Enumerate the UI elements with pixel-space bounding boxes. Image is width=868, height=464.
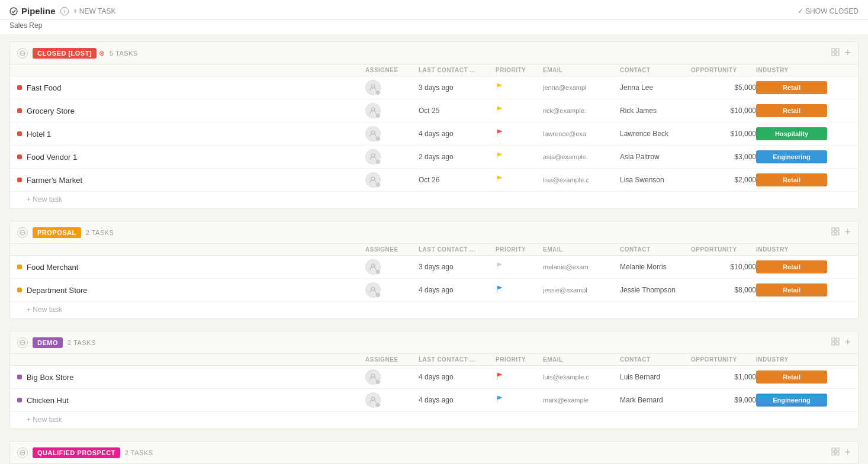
col-header-last-contact-[interactable]: LAST CONTACT ... bbox=[419, 246, 496, 253]
task-name-label[interactable]: Food Vendor 1 bbox=[27, 153, 77, 162]
table-row[interactable]: Farmer's MarketOct 26lisa@example.cLisa … bbox=[10, 169, 858, 192]
task-name-label[interactable]: Food Merchant bbox=[27, 263, 78, 272]
table-row[interactable]: Food Merchant3 days agomelanie@examMelan… bbox=[10, 256, 858, 279]
group-label[interactable]: QUALIFIED PROSPECT bbox=[33, 447, 120, 458]
avatar[interactable] bbox=[365, 149, 381, 165]
task-name-label[interactable]: Grocery Store bbox=[27, 107, 75, 115]
table-row[interactable]: Department Store4 days agojessie@examplJ… bbox=[10, 279, 858, 302]
col-header-opportunity[interactable]: OPPORTUNITY bbox=[691, 356, 756, 363]
new-task-button[interactable]: + New task bbox=[10, 302, 858, 318]
task-name-label[interactable]: Chicken Hut bbox=[27, 396, 69, 405]
industry-badge[interactable]: Engineering bbox=[756, 394, 827, 407]
group-toggle[interactable] bbox=[17, 227, 28, 238]
col-header-assignee[interactable]: ASSIGNEE bbox=[365, 246, 419, 253]
col-header-industry[interactable]: INDUSTRY bbox=[756, 356, 833, 363]
task-name-label[interactable]: Big Box Store bbox=[27, 373, 74, 382]
industry-badge[interactable]: Retail bbox=[756, 81, 827, 94]
avatar[interactable] bbox=[365, 282, 381, 298]
table-row[interactable]: Big Box Store4 days agoluis@example.cLui… bbox=[10, 366, 858, 389]
task-name-label[interactable]: Fast Food bbox=[27, 83, 62, 92]
col-header-opportunity[interactable]: OPPORTUNITY bbox=[691, 246, 756, 253]
avatar[interactable] bbox=[365, 369, 381, 385]
group-label[interactable]: DEMO bbox=[33, 337, 63, 348]
priority-flag[interactable] bbox=[496, 372, 543, 383]
table-row[interactable]: Food Vendor 12 days agoasia@example.Asia… bbox=[10, 146, 858, 169]
add-column-icon[interactable]: + bbox=[844, 446, 851, 459]
task-name-label[interactable]: Farmer's Market bbox=[27, 176, 82, 185]
contact-value[interactable]: Rick James bbox=[620, 107, 691, 115]
industry-badge[interactable]: Retail bbox=[756, 173, 827, 186]
task-name-label[interactable]: Department Store bbox=[27, 286, 88, 295]
avatar[interactable] bbox=[365, 392, 381, 408]
info-icon[interactable]: i bbox=[60, 7, 69, 15]
contact-value[interactable]: Luis Bernard bbox=[620, 373, 691, 381]
contact-value[interactable]: Lawrence Beck bbox=[620, 130, 691, 138]
col-header-contact[interactable]: CONTACT bbox=[620, 246, 691, 253]
contact-value[interactable]: Lisa Swenson bbox=[620, 176, 691, 184]
industry-badge[interactable]: Retail bbox=[756, 260, 827, 273]
grid-icon[interactable] bbox=[831, 227, 840, 237]
industry-badge[interactable]: Engineering bbox=[756, 150, 827, 163]
col-header-industry[interactable]: INDUSTRY bbox=[756, 246, 833, 253]
col-header-email[interactable]: EMAIL bbox=[543, 356, 620, 363]
group-toggle[interactable] bbox=[17, 337, 28, 348]
contact-value[interactable]: Asia Paltrow bbox=[620, 153, 691, 161]
grid-icon[interactable] bbox=[831, 337, 840, 347]
avatar[interactable] bbox=[365, 259, 381, 275]
avatar[interactable] bbox=[365, 103, 381, 118]
group-toggle[interactable] bbox=[17, 48, 28, 59]
col-header-last-contact-[interactable]: LAST CONTACT ... bbox=[419, 356, 496, 363]
group-toggle[interactable] bbox=[17, 447, 28, 458]
col-header-email[interactable]: EMAIL bbox=[543, 246, 620, 253]
priority-flag[interactable] bbox=[496, 105, 543, 117]
add-column-icon[interactable]: + bbox=[844, 226, 851, 239]
table-row[interactable]: Fast Food3 days agojenna@examplJenna Lee… bbox=[10, 76, 858, 99]
group-label[interactable]: PROPOSAL bbox=[33, 227, 81, 238]
industry-badge[interactable]: Retail bbox=[756, 104, 827, 117]
grid-icon[interactable] bbox=[831, 447, 840, 457]
priority-flag[interactable] bbox=[496, 175, 543, 186]
avatar[interactable] bbox=[365, 126, 381, 141]
new-task-button[interactable]: + NEW TASK bbox=[73, 7, 116, 15]
col-header-assignee[interactable]: ASSIGNEE bbox=[365, 356, 419, 363]
new-task-button[interactable]: + New task bbox=[10, 192, 858, 208]
group-label[interactable]: CLOSED [LOST] bbox=[33, 48, 97, 59]
priority-flag[interactable] bbox=[496, 152, 543, 163]
new-task-button[interactable]: + New task bbox=[10, 412, 858, 428]
col-header-industry[interactable]: INDUSTRY bbox=[756, 67, 833, 73]
table-row[interactable]: Grocery StoreOct 25rick@example.Rick Jam… bbox=[10, 99, 858, 123]
add-column-icon[interactable]: + bbox=[844, 47, 851, 59]
priority-flag[interactable] bbox=[496, 82, 543, 94]
col-header-contact[interactable]: CONTACT bbox=[620, 67, 691, 73]
close-icon[interactable]: ⊗ bbox=[99, 49, 105, 57]
task-name-cell: Department Store bbox=[17, 286, 365, 295]
avatar[interactable] bbox=[365, 80, 381, 95]
priority-flag[interactable] bbox=[496, 395, 543, 406]
contact-value[interactable]: Jessie Thompson bbox=[620, 286, 691, 294]
show-closed-button[interactable]: ✓ SHOW CLOSED bbox=[798, 7, 859, 15]
table-row[interactable]: Hotel 14 days agolawrence@exaLawrence Be… bbox=[10, 123, 858, 146]
table-row[interactable]: Chicken Hut4 days agomark@exampleMark Be… bbox=[10, 389, 858, 412]
contact-value[interactable]: Melanie Morris bbox=[620, 263, 691, 271]
group-header: PROPOSAL2 TASKS+ bbox=[10, 221, 858, 244]
add-column-icon[interactable]: + bbox=[844, 336, 851, 349]
industry-badge[interactable]: Retail bbox=[756, 283, 827, 297]
grid-icon[interactable] bbox=[831, 48, 840, 58]
contact-value[interactable]: Jenna Lee bbox=[620, 83, 691, 92]
col-header-priority[interactable]: PRIORITY bbox=[496, 356, 543, 363]
col-header-email[interactable]: EMAIL bbox=[543, 67, 620, 73]
col-header-priority[interactable]: PRIORITY bbox=[496, 67, 543, 73]
col-header-priority[interactable]: PRIORITY bbox=[496, 246, 543, 253]
priority-flag[interactable] bbox=[496, 128, 543, 140]
priority-flag[interactable] bbox=[496, 262, 543, 273]
industry-badge[interactable]: Hospitality bbox=[756, 127, 827, 140]
col-header-opportunity[interactable]: OPPORTUNITY bbox=[691, 67, 756, 73]
col-header-last-contact-[interactable]: LAST CONTACT ... bbox=[419, 67, 496, 73]
contact-value[interactable]: Mark Bernard bbox=[620, 396, 691, 404]
col-header-assignee[interactable]: ASSIGNEE bbox=[365, 67, 419, 73]
col-header-contact[interactable]: CONTACT bbox=[620, 356, 691, 363]
task-name-label[interactable]: Hotel 1 bbox=[27, 130, 51, 138]
avatar[interactable] bbox=[365, 172, 381, 188]
priority-flag[interactable] bbox=[496, 285, 543, 296]
industry-badge[interactable]: Retail bbox=[756, 370, 827, 384]
